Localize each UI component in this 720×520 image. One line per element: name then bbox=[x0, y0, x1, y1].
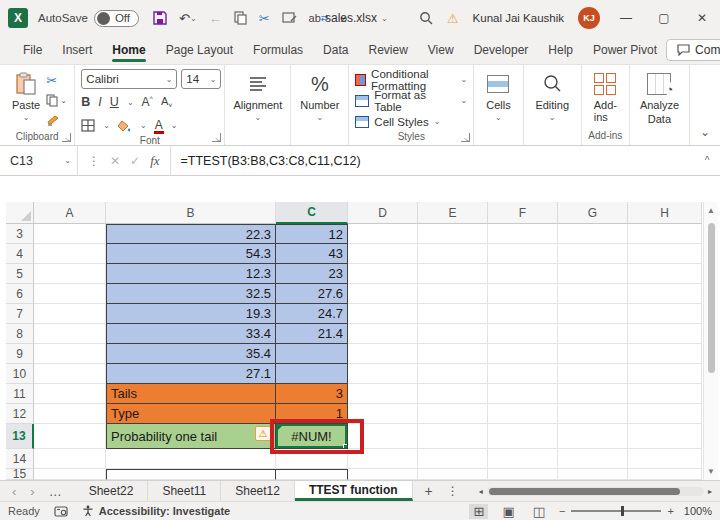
cell-d4[interactable] bbox=[348, 244, 418, 264]
cell-a14[interactable] bbox=[34, 449, 106, 469]
cell-b8[interactable]: 33.4 bbox=[106, 324, 276, 344]
sheet-nav-left-icon[interactable]: ‹ bbox=[12, 484, 16, 499]
row-header-6[interactable]: 6 bbox=[6, 284, 34, 304]
cell-a12[interactable] bbox=[34, 404, 106, 424]
font-name-select[interactable]: Calibri⌄ bbox=[81, 69, 177, 89]
cell-a13[interactable] bbox=[34, 424, 106, 449]
row-header-3[interactable]: 3 bbox=[6, 224, 34, 244]
autosave-pill[interactable]: Off bbox=[94, 10, 139, 27]
cell-b6[interactable]: 32.5 bbox=[106, 284, 276, 304]
shrink-font-button[interactable]: A˅ bbox=[161, 95, 172, 109]
email-icon[interactable] bbox=[282, 12, 297, 24]
cell-b13[interactable]: Probability one tail⚠ bbox=[106, 424, 276, 449]
row-header-11[interactable]: 11 bbox=[6, 384, 34, 404]
zoom-slider[interactable] bbox=[571, 510, 661, 512]
undo-chevron-icon[interactable]: ⌄ bbox=[190, 14, 197, 23]
accessibility-icon[interactable] bbox=[82, 505, 94, 517]
cell-b7[interactable]: 19.3 bbox=[106, 304, 276, 324]
page-break-view-button[interactable]: ◫ bbox=[529, 504, 549, 519]
close-button[interactable]: ✕ bbox=[690, 11, 714, 25]
cell-g6[interactable] bbox=[558, 284, 628, 304]
column-header-b[interactable]: B bbox=[106, 202, 276, 224]
cell-e8[interactable] bbox=[418, 324, 488, 344]
select-all-button[interactable] bbox=[6, 202, 34, 224]
cancel-entry-button[interactable]: ✕ bbox=[110, 154, 120, 168]
user-avatar[interactable]: KJ bbox=[578, 7, 600, 29]
horizontal-scrollbar[interactable]: ◂ ▸ bbox=[471, 481, 720, 501]
cell-f12[interactable] bbox=[488, 404, 558, 424]
cell-styles-button[interactable]: Cell Styles ⌄ bbox=[355, 113, 467, 130]
cell-b5[interactable]: 12.3 bbox=[106, 264, 276, 284]
cell-b10[interactable]: 27.1 bbox=[106, 364, 276, 384]
column-header-h[interactable]: H bbox=[628, 202, 702, 224]
paste-button[interactable]: Paste ⌄ bbox=[6, 69, 46, 124]
column-header-f[interactable]: F bbox=[488, 202, 558, 224]
row-header-12[interactable]: 12 bbox=[6, 404, 34, 424]
styles-dialog-launcher[interactable] bbox=[461, 133, 470, 142]
scroll-up-icon[interactable]: ▲ bbox=[707, 202, 715, 219]
grow-font-button[interactable]: A^ bbox=[142, 95, 153, 109]
scroll-down-icon[interactable]: ▼ bbox=[707, 463, 715, 480]
row-header-13[interactable]: 13 bbox=[6, 424, 34, 449]
cell-g10[interactable] bbox=[558, 364, 628, 384]
cell-a15[interactable] bbox=[34, 469, 106, 480]
cell-a7[interactable] bbox=[34, 304, 106, 324]
cell-f4[interactable] bbox=[488, 244, 558, 264]
scroll-left-icon[interactable]: ◂ bbox=[479, 487, 483, 496]
cell-h9[interactable] bbox=[628, 344, 702, 364]
user-name[interactable]: Kunal Jai Kaushik bbox=[473, 12, 564, 24]
cell-g3[interactable] bbox=[558, 224, 628, 244]
search-icon[interactable] bbox=[419, 11, 433, 25]
column-header-d[interactable]: D bbox=[348, 202, 418, 224]
cell-g11[interactable] bbox=[558, 384, 628, 404]
row-header-10[interactable]: 10 bbox=[6, 364, 34, 384]
cell-h10[interactable] bbox=[628, 364, 702, 384]
cells-button[interactable]: Cells ⌄ bbox=[480, 69, 516, 124]
format-as-table-button[interactable]: Format as Table ⌄ bbox=[355, 92, 467, 109]
tab-insert[interactable]: Insert bbox=[53, 38, 101, 63]
tab-view[interactable]: View bbox=[419, 38, 463, 63]
cell-d6[interactable] bbox=[348, 284, 418, 304]
column-header-e[interactable]: E bbox=[418, 202, 488, 224]
cell-a8[interactable] bbox=[34, 324, 106, 344]
number-button[interactable]: % Number ⌄ bbox=[294, 69, 345, 124]
cell-d8[interactable] bbox=[348, 324, 418, 344]
cell-a4[interactable] bbox=[34, 244, 106, 264]
cell-b12[interactable]: Type bbox=[106, 404, 276, 424]
underline-chevron-icon[interactable]: ⌄ bbox=[127, 98, 134, 107]
analyze-data-button[interactable]: Analyze Data bbox=[634, 69, 685, 127]
cell-e9[interactable] bbox=[418, 344, 488, 364]
conditional-formatting-button[interactable]: Conditional Formatting ⌄ bbox=[355, 71, 467, 88]
accessibility-status[interactable]: Accessibility: Investigate bbox=[99, 505, 230, 517]
cell-c4[interactable]: 43 bbox=[276, 244, 348, 264]
cell-h12[interactable] bbox=[628, 404, 702, 424]
cell-g12[interactable] bbox=[558, 404, 628, 424]
autosave-toggle[interactable]: AutoSave Off bbox=[38, 10, 139, 27]
cell-f7[interactable] bbox=[488, 304, 558, 324]
cell-h4[interactable] bbox=[628, 244, 702, 264]
editing-button[interactable]: Editing ⌄ bbox=[529, 69, 575, 124]
cell-a3[interactable] bbox=[34, 224, 106, 244]
sheet-tab-sheet22[interactable]: Sheet22 bbox=[75, 481, 149, 501]
italic-button[interactable]: I bbox=[98, 95, 101, 109]
normal-view-button[interactable]: ⊞ bbox=[469, 504, 488, 519]
cell-e13[interactable] bbox=[418, 424, 488, 449]
format-painter-button[interactable] bbox=[46, 112, 67, 129]
cell-d3[interactable] bbox=[348, 224, 418, 244]
cell-d5[interactable] bbox=[348, 264, 418, 284]
cell-e15[interactable] bbox=[418, 469, 488, 480]
maximize-button[interactable]: ▢ bbox=[652, 11, 676, 25]
formula-input[interactable]: =TTEST(B3:B8,C3:C8,C11,C12) bbox=[171, 146, 694, 175]
cell-e6[interactable] bbox=[418, 284, 488, 304]
column-header-g[interactable]: G bbox=[558, 202, 628, 224]
cell-d11[interactable] bbox=[348, 384, 418, 404]
alignment-button[interactable]: Alignment ⌄ bbox=[227, 69, 288, 124]
row-header-9[interactable]: 9 bbox=[6, 344, 34, 364]
fill-color-button[interactable] bbox=[118, 119, 132, 132]
undo-button[interactable]: ↶⌄ bbox=[179, 11, 197, 26]
cell-c15[interactable] bbox=[276, 469, 348, 480]
cut-icon[interactable]: ✂ bbox=[259, 11, 270, 26]
column-header-c[interactable]: C bbox=[276, 202, 348, 224]
copy-button[interactable]: ⌄ bbox=[46, 92, 67, 109]
clipboard-dialog-launcher[interactable] bbox=[62, 133, 71, 142]
